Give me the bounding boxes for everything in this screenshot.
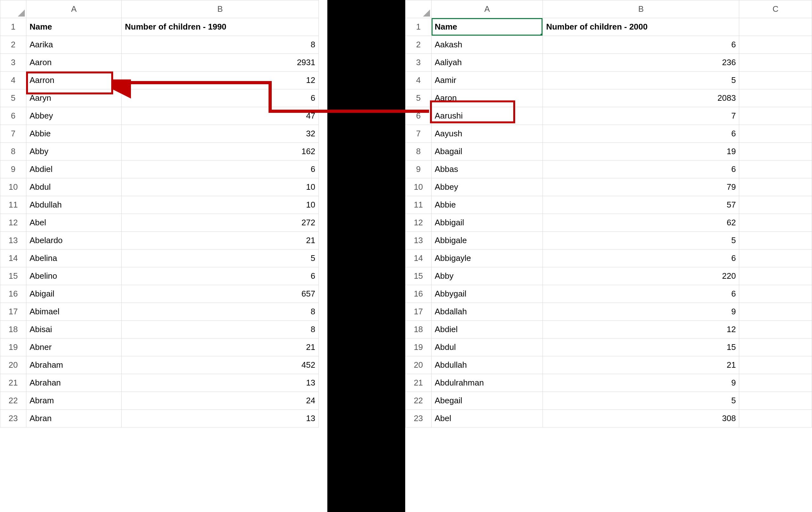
row-header[interactable]: 10 [406,178,432,196]
left-spreadsheet[interactable]: A B 1 Name Number of children - 1990 2Aa… [0,0,327,512]
cell[interactable] [739,410,812,427]
cell[interactable]: Abelina [26,250,122,267]
col-header-A[interactable]: A [431,0,543,18]
cell[interactable]: Abdul [26,178,122,196]
cell[interactable]: 6 [543,250,739,267]
cell[interactable] [739,54,812,72]
cell[interactable] [739,125,812,143]
cell[interactable]: 21 [122,232,319,250]
cell[interactable]: Abigail [26,285,122,303]
cell[interactable]: 21 [543,356,739,374]
cell[interactable]: Aaron [26,54,122,72]
row-header[interactable]: 18 [406,321,432,339]
row-header[interactable]: 7 [0,125,26,143]
cell[interactable]: 657 [122,285,319,303]
row-header[interactable]: 23 [406,410,432,427]
cell[interactable]: 220 [543,267,739,285]
cell[interactable]: 6 [122,267,319,285]
cell[interactable]: 12 [543,321,739,339]
cell[interactable] [739,356,812,374]
cell[interactable]: 57 [543,196,739,214]
cell[interactable]: 6 [543,285,739,303]
cell[interactable]: 13 [122,374,319,392]
cell[interactable]: Abbey [26,107,122,125]
cell[interactable] [739,36,812,54]
cell[interactable] [739,267,812,285]
cell[interactable] [739,18,812,36]
row-header[interactable]: 3 [0,54,26,72]
cell[interactable]: 9 [543,303,739,321]
row-header[interactable]: 1 [0,18,26,36]
cell[interactable] [739,339,812,356]
header-cell-name[interactable]: Name [431,18,543,36]
cell[interactable]: Abdiel [26,161,122,178]
cell[interactable]: Abdulrahman [431,374,543,392]
cell[interactable] [739,161,812,178]
cell[interactable]: 9 [543,374,739,392]
cell[interactable]: Abbie [431,196,543,214]
cell[interactable] [739,143,812,161]
cell[interactable]: 12 [122,72,319,89]
cell[interactable]: 21 [122,339,319,356]
cell[interactable] [739,196,812,214]
row-header[interactable]: 4 [0,72,26,89]
row-header[interactable]: 1 [406,18,432,36]
cell[interactable]: 13 [122,410,319,427]
select-all-cell[interactable] [0,0,26,18]
cell[interactable]: Abbygail [431,285,543,303]
cell[interactable]: 236 [543,54,739,72]
cell[interactable]: 6 [122,89,319,107]
cell[interactable]: Abegail [431,392,543,410]
cell[interactable]: 8 [122,303,319,321]
row-header[interactable]: 11 [0,196,26,214]
row-header[interactable]: 7 [406,125,432,143]
cell[interactable] [739,285,812,303]
cell[interactable]: Abimael [26,303,122,321]
cell[interactable]: 5 [543,232,739,250]
row-header[interactable]: 5 [0,89,26,107]
row-header[interactable]: 19 [0,339,26,356]
row-header[interactable]: 5 [406,89,432,107]
cell[interactable]: Abelardo [26,232,122,250]
cell[interactable]: 8 [122,321,319,339]
cell[interactable]: 2931 [122,54,319,72]
cell[interactable]: Abagail [431,143,543,161]
cell[interactable]: Abbigayle [431,250,543,267]
cell[interactable]: Abbigail [431,214,543,232]
row-header[interactable]: 11 [406,196,432,214]
row-header[interactable]: 8 [406,143,432,161]
cell[interactable]: Aaryn [26,89,122,107]
cell[interactable]: 15 [543,339,739,356]
cell[interactable]: 272 [122,214,319,232]
row-header[interactable]: 22 [0,392,26,410]
cell[interactable] [739,321,812,339]
cell[interactable]: 5 [543,72,739,89]
header-cell-count[interactable]: Number of children - 2000 [543,18,739,36]
row-header[interactable]: 20 [406,356,432,374]
row-header[interactable]: 13 [406,232,432,250]
cell[interactable]: 452 [122,356,319,374]
cell[interactable]: Abdullah [26,196,122,214]
col-header-C[interactable]: C [739,0,812,18]
col-header-B[interactable]: B [543,0,739,18]
row-header[interactable]: 10 [0,178,26,196]
cell[interactable]: Abbie [26,125,122,143]
right-spreadsheet[interactable]: A B C 1 Name Number of children - 2000 2… [405,0,812,512]
cell[interactable]: Abram [26,392,122,410]
grid-right[interactable]: A B C 1 Name Number of children - 2000 2… [405,0,812,427]
cell[interactable] [739,392,812,410]
cell[interactable]: Abraham [26,356,122,374]
cell[interactable]: Aarron [26,72,122,89]
cell[interactable]: 162 [122,143,319,161]
row-header[interactable]: 21 [0,374,26,392]
row-header[interactable]: 13 [0,232,26,250]
cell[interactable]: Abdullah [431,356,543,374]
cell[interactable]: Abdallah [431,303,543,321]
row-header[interactable]: 16 [406,285,432,303]
cell[interactable]: 2083 [543,89,739,107]
cell[interactable] [739,232,812,250]
row-header[interactable]: 14 [406,250,432,267]
cell[interactable]: Abelino [26,267,122,285]
row-header[interactable]: 2 [0,36,26,54]
cell[interactable]: 8 [122,36,319,54]
